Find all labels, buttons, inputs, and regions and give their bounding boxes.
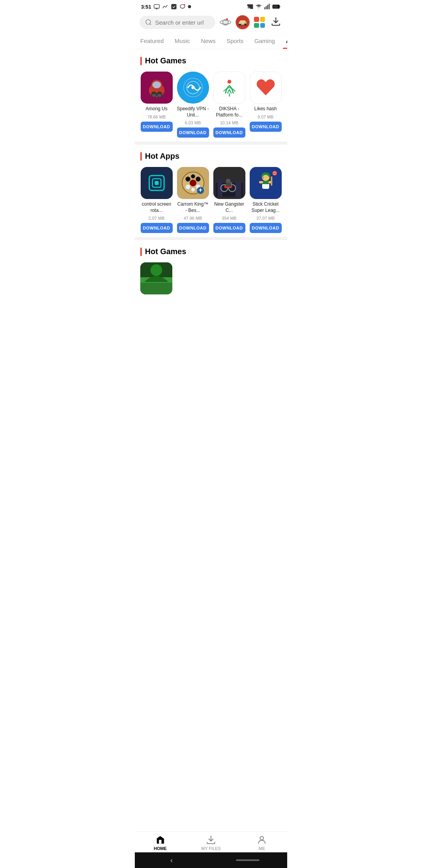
app-card-speedify: Speedify VPN - Unli... 6.03 MB DOWNLOAD (177, 72, 209, 138)
svg-rect-12 (273, 5, 278, 8)
tab-featured[interactable]: Featured (135, 33, 169, 49)
svg-point-13 (146, 20, 150, 24)
battery-icon (272, 4, 281, 9)
bubble-icon (179, 4, 186, 10)
svg-point-49 (186, 177, 190, 181)
search-input[interactable] (155, 19, 210, 26)
main-content: Hot Games Among Us (135, 49, 287, 352)
section-bar-2 (140, 152, 142, 161)
app-name-among-us: Among Us (145, 106, 167, 112)
svg-rect-25 (242, 23, 244, 24)
app-size-control: 2.07 MB (148, 216, 165, 221)
app-name-carrom: Carrom King™ - Bes... (177, 201, 209, 213)
svg-point-33 (157, 94, 161, 97)
download-btn-gangster[interactable]: DOWNLOAD (213, 223, 245, 233)
app-size-likes: 9.07 MB (257, 115, 274, 119)
svg-rect-24 (239, 23, 241, 24)
app-name-control: control screen rota... (140, 201, 173, 213)
svg-point-4 (188, 5, 191, 8)
download-btn-cricket[interactable]: DOWNLOAD (250, 223, 282, 233)
app-icon-among-us (141, 72, 173, 104)
svg-rect-8 (266, 6, 266, 9)
svg-point-50 (196, 177, 200, 181)
hot-games-section: Hot Games Among Us (135, 49, 287, 142)
app-size-cricket: 37.07 MB (256, 216, 275, 221)
hot-games-title: Hot Games (140, 56, 282, 65)
svg-point-39 (227, 80, 231, 84)
tab-apps[interactable]: Apps (281, 33, 287, 49)
app-size-diksha: 10.14 MB (220, 120, 238, 125)
signal-icon (264, 3, 271, 10)
app-name-speedify: Speedify VPN - Unli... (177, 106, 209, 118)
search-icon (145, 19, 152, 26)
svg-rect-9 (267, 5, 268, 9)
hot-games-grid: Among Us 78.66 MB DOWNLOAD Speedify VPN … (140, 72, 282, 138)
tab-gaming[interactable]: Gaming (249, 33, 281, 49)
app-size-speedify: 6.03 MB (185, 120, 201, 125)
color-logo[interactable] (253, 16, 266, 29)
app-icon-likes (250, 72, 282, 104)
svg-point-3 (184, 4, 185, 5)
download-btn-carrom[interactable]: DOWNLOAD (177, 223, 209, 233)
download-btn-diksha[interactable]: DOWNLOAD (213, 127, 245, 138)
nav-tabs: Featured Music News Sports Gaming Apps (135, 33, 287, 49)
svg-rect-70 (259, 181, 263, 183)
planet-icon[interactable] (218, 15, 232, 29)
search-input-wrap[interactable] (139, 16, 215, 29)
svg-point-29 (152, 81, 161, 88)
download-btn-control[interactable]: DOWNLOAD (141, 223, 173, 233)
download-btn-speedify[interactable]: DOWNLOAD (177, 127, 209, 138)
app-name-likes: Likes hash (254, 106, 277, 112)
app-size-carrom: 47.96 MB (184, 216, 202, 221)
cast-icon (247, 3, 254, 10)
svg-point-53 (191, 174, 195, 178)
svg-rect-21 (240, 20, 245, 23)
app-icon-gangster (213, 167, 245, 199)
svg-rect-10 (269, 4, 270, 9)
section-bar-3 (140, 247, 142, 256)
search-bar-row (135, 12, 287, 33)
tab-news[interactable]: News (195, 33, 221, 49)
time: 3:51 (141, 4, 151, 10)
app-icon-diksha (213, 72, 245, 104)
divider-1 (135, 142, 287, 145)
tab-sports[interactable]: Sports (221, 33, 249, 49)
app-icon-control (141, 167, 173, 199)
tab-music[interactable]: Music (169, 33, 195, 49)
hot-games-title-2: Hot Games (140, 247, 282, 256)
app-card-diksha: DIKSHA - Platform fo... 10.14 MB DOWNLOA… (213, 72, 245, 138)
app-name-gangster: New Gangster C... (213, 201, 245, 213)
section-bar (140, 57, 142, 65)
svg-rect-0 (154, 5, 159, 8)
hot-apps-section: Hot Apps control screen rota... 2.07 MB … (135, 145, 287, 237)
hot-apps-grid: control screen rota... 2.07 MB DOWNLOAD (140, 167, 282, 233)
status-bar: 3:51 (135, 0, 287, 12)
svg-point-77 (150, 264, 162, 276)
app-card-cricket: Stick Cricket Super Leag... 37.07 MB DOW… (249, 167, 282, 233)
svg-rect-65 (226, 183, 231, 187)
divider-2 (135, 237, 287, 240)
svg-point-54 (191, 188, 195, 192)
svg-rect-45 (155, 181, 159, 185)
hot-apps-title: Hot Apps (140, 152, 282, 161)
svg-rect-72 (271, 176, 272, 186)
svg-point-73 (272, 171, 277, 176)
app-card-gangster: New Gangster C... 354 MB DOWNLOAD (213, 167, 245, 233)
svg-rect-58 (218, 179, 222, 197)
svg-rect-59 (235, 181, 241, 197)
svg-point-37 (191, 86, 195, 89)
svg-rect-7 (265, 7, 265, 9)
app-card-likes: Likes hash 9.07 MB DOWNLOAD (249, 72, 282, 138)
download-header-icon[interactable] (269, 15, 283, 30)
svg-rect-1 (171, 4, 176, 9)
svg-point-32 (152, 94, 156, 97)
svg-point-23 (244, 23, 247, 26)
download-btn-likes[interactable]: DOWNLOAD (250, 122, 282, 132)
app-icon-carrom (177, 167, 209, 199)
check-icon (171, 4, 177, 10)
app-size-gangster: 354 MB (222, 216, 237, 221)
app-icon-cricket (250, 167, 282, 199)
download-btn-among-us[interactable]: DOWNLOAD (141, 122, 173, 132)
chart-icon (162, 4, 168, 10)
avatar[interactable] (236, 15, 250, 29)
